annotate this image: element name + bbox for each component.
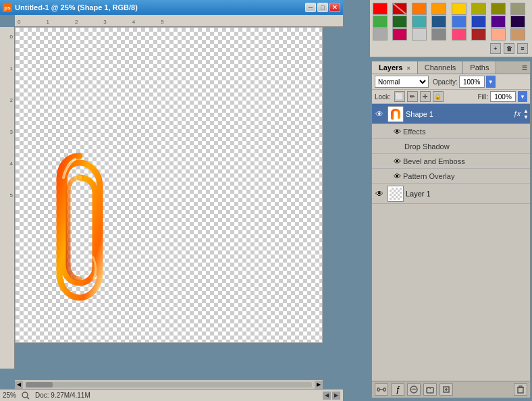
swatch-olive[interactable] — [471, 3, 486, 15]
swatch-yellow[interactable] — [452, 3, 467, 15]
effects-header[interactable]: 👁 Effects — [372, 124, 530, 139]
effects-visibility[interactable]: 👁 — [391, 126, 403, 138]
zoom-icon[interactable] — [22, 392, 30, 400]
swatch-amber[interactable] — [431, 3, 446, 15]
svg-point-0 — [22, 392, 28, 398]
swatch-green[interactable] — [373, 16, 388, 28]
fill-input[interactable] — [490, 91, 516, 102]
lock-all-btn[interactable]: 🔒 — [433, 91, 444, 102]
effect-drop-shadow[interactable]: Drop Shadow — [372, 139, 530, 154]
layer-visibility-shape1[interactable]: 👁 — [373, 108, 385, 120]
swatches-grid — [371, 1, 531, 42]
tab-channels[interactable]: Channels — [418, 61, 463, 74]
link-layers-btn[interactable] — [375, 383, 388, 396]
layers-footer: ƒ — [372, 381, 530, 398]
drop-shadow-label: Drop Shadow — [404, 142, 450, 151]
eye-icon-layer1: 👁 — [375, 189, 383, 198]
swatch-teal[interactable] — [412, 16, 427, 28]
status-bar: 25% Doc: 9.27M/4.11M ◀ ▶ — [0, 389, 343, 401]
lock-image-btn[interactable]: ✏ — [407, 91, 418, 102]
document-canvas[interactable] — [15, 27, 323, 343]
layer-scroll-down[interactable]: ▼ — [523, 114, 529, 120]
ruler-vmark-0: 0 — [10, 34, 13, 40]
opacity-input[interactable] — [459, 76, 485, 88]
layer-visibility-layer1[interactable]: 👁 — [373, 188, 385, 200]
close-button[interactable]: ✕ — [329, 3, 340, 12]
swatches-panel: + 🗑 ≡ — [370, 0, 532, 58]
layers-lock-row: Lock: ⬜ ✏ ✛ 🔒 Fill: ▼ — [372, 90, 530, 104]
swatch-delete-btn[interactable]: 🗑 — [504, 43, 514, 54]
ruler-mark-4: 4 — [132, 19, 135, 25]
layer-item-layer1[interactable]: 👁 Layer 1 — [372, 184, 530, 204]
blend-mode-select[interactable]: Normal — [375, 76, 429, 88]
swatch-navy[interactable] — [431, 16, 446, 28]
tab-paths[interactable]: Paths — [463, 61, 496, 74]
delete-layer-btn[interactable] — [514, 383, 527, 396]
doc-info: Doc: 9.27M/4.11M — [35, 392, 90, 399]
swatch-lightgray[interactable] — [412, 28, 427, 41]
swatch-tan[interactable] — [510, 28, 525, 41]
h-scroll-thumb[interactable] — [26, 382, 53, 387]
swatch-orange[interactable] — [412, 3, 427, 15]
maximize-button[interactable]: □ — [317, 3, 328, 12]
ruler-mark-2: 2 — [75, 19, 78, 25]
swatch-red[interactable] — [373, 3, 388, 15]
h-scroll-track[interactable] — [26, 382, 312, 387]
bevel-visibility[interactable]: 👁 — [391, 155, 403, 167]
ruler-mark-3: 3 — [103, 19, 106, 25]
fill-arrow[interactable]: ▼ — [518, 91, 527, 102]
swatch-darkgreen[interactable] — [392, 16, 407, 28]
lock-position-btn[interactable]: ✛ — [420, 91, 431, 102]
ruler-mark-5: 5 — [161, 19, 163, 25]
ruler-horizontal: 0 1 2 3 4 5 — [15, 15, 343, 27]
opacity-label: Opacity: — [433, 78, 458, 86]
pattern-visibility[interactable]: 👁 — [391, 170, 403, 182]
scroll-right-arrow[interactable]: ▶ — [315, 381, 323, 389]
effect-bevel-emboss[interactable]: 👁 Bevel and Emboss — [372, 154, 530, 169]
swatch-pink[interactable] — [452, 28, 467, 41]
swatch-purple[interactable] — [491, 16, 506, 28]
paperclip-shape — [56, 149, 103, 306]
swatch-blue[interactable] — [452, 16, 467, 28]
scroll-left-arrow[interactable]: ◀ — [15, 381, 23, 389]
horizontal-scrollbar[interactable]: ◀ ▶ — [15, 379, 323, 389]
swatch-crimson[interactable] — [392, 28, 407, 41]
prev-arrow[interactable]: ◀ — [323, 392, 331, 400]
minimize-button[interactable]: ─ — [305, 3, 316, 12]
swatch-peach[interactable] — [491, 28, 506, 41]
lock-transparent-btn[interactable]: ⬜ — [394, 91, 405, 102]
swatch-medgray[interactable] — [431, 28, 446, 41]
swatch-diag[interactable] — [392, 3, 407, 15]
layers-panel-menu[interactable]: ≡ — [519, 62, 530, 73]
opacity-arrow[interactable]: ▼ — [486, 76, 496, 88]
window-title: Untitled-1 @ 25% (Shape 1, RGB/8) — [15, 3, 138, 11]
layer-name-layer1: Layer 1 — [406, 190, 529, 198]
pattern-overlay-label: Pattern Overlay — [403, 172, 454, 180]
window-controls: ─ □ ✕ — [305, 3, 340, 12]
swatch-new-btn[interactable]: + — [490, 43, 501, 54]
svg-line-1 — [27, 397, 29, 399]
layers-tab-bar: Layers × Channels Paths ≡ — [372, 61, 530, 74]
swatch-royalblue[interactable] — [471, 16, 486, 28]
ruler-mark-0: 0 — [18, 19, 20, 25]
layer-item-shape1[interactable]: 👁 Shape 1 ƒx — [372, 104, 530, 124]
add-style-btn[interactable]: ƒ — [391, 383, 404, 396]
effect-pattern-overlay[interactable]: 👁 Pattern Overlay — [372, 169, 530, 184]
swatch-darkolive[interactable] — [491, 3, 506, 15]
swatch-menu-btn[interactable]: ≡ — [517, 43, 528, 54]
layers-empty-area — [372, 204, 530, 244]
swatch-khaki[interactable] — [510, 3, 525, 15]
layer-scroll-up[interactable]: ▲ — [523, 108, 529, 114]
new-layer-btn[interactable] — [440, 383, 453, 396]
app-icon: ps — [3, 3, 12, 12]
svg-rect-8 — [518, 387, 523, 393]
swatch-darkpurple[interactable] — [510, 16, 525, 28]
tab-layers[interactable]: Layers × — [372, 61, 418, 74]
tab-layers-close[interactable]: × — [407, 65, 410, 72]
swatch-darkred[interactable] — [471, 28, 486, 41]
layer-name-shape1: Shape 1 — [406, 110, 513, 118]
new-group-btn[interactable] — [423, 383, 437, 396]
next-arrow[interactable]: ▶ — [332, 392, 340, 400]
swatch-gray[interactable] — [373, 28, 388, 41]
new-fill-adj-btn[interactable] — [407, 383, 421, 396]
